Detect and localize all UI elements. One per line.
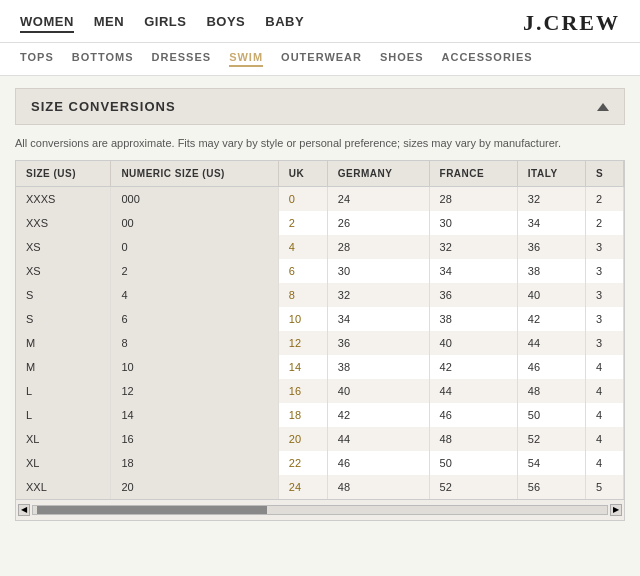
table-cell: 38 xyxy=(429,307,517,331)
table-cell: 38 xyxy=(327,355,429,379)
collapse-icon[interactable] xyxy=(597,103,609,111)
table-cell: 6 xyxy=(111,307,278,331)
table-cell: XS xyxy=(16,259,111,283)
table-cell: 20 xyxy=(278,427,327,451)
table-cell: 4 xyxy=(586,403,624,427)
table-cell: 42 xyxy=(327,403,429,427)
table-cell: 44 xyxy=(517,331,585,355)
table-cell: 34 xyxy=(429,259,517,283)
table-cell: 42 xyxy=(429,355,517,379)
col-header-france: FRANCE xyxy=(429,161,517,187)
table-cell: 4 xyxy=(586,355,624,379)
size-table-container: SIZE (US) NUMERIC SIZE (US) UK GERMANY F… xyxy=(15,160,625,521)
table-cell: M xyxy=(16,355,111,379)
table-cell: 000 xyxy=(111,186,278,211)
table-cell: XL xyxy=(16,427,111,451)
table-cell: 10 xyxy=(111,355,278,379)
table-cell: 34 xyxy=(327,307,429,331)
subnav-dresses[interactable]: DRESSES xyxy=(152,51,212,67)
nav-boys[interactable]: BOYS xyxy=(206,14,245,33)
table-cell: 12 xyxy=(111,379,278,403)
table-row: L12164044484 xyxy=(16,379,624,403)
table-cell: 4 xyxy=(111,283,278,307)
subnav-swim[interactable]: SWIM xyxy=(229,51,263,67)
horizontal-scrollbar[interactable]: ◀ ▶ xyxy=(16,499,624,520)
table-row: M10143842464 xyxy=(16,355,624,379)
table-cell: 30 xyxy=(327,259,429,283)
table-cell: 18 xyxy=(111,451,278,475)
nav-baby[interactable]: BABY xyxy=(265,14,304,33)
table-row: XS263034383 xyxy=(16,259,624,283)
top-nav-links: WOMEN MEN GIRLS BOYS BABY xyxy=(20,14,304,33)
table-cell: 3 xyxy=(586,331,624,355)
subnav-accessories[interactable]: ACCESSORIES xyxy=(442,51,533,67)
section-title: SIZE CONVERSIONS xyxy=(31,99,176,114)
table-cell: 8 xyxy=(111,331,278,355)
table-cell: 34 xyxy=(517,211,585,235)
table-cell: L xyxy=(16,379,111,403)
table-row: XL16204448524 xyxy=(16,427,624,451)
col-header-s: S xyxy=(586,161,624,187)
table-cell: 40 xyxy=(517,283,585,307)
table-cell: 36 xyxy=(327,331,429,355)
table-cell: M xyxy=(16,331,111,355)
table-cell: 22 xyxy=(278,451,327,475)
subnav-shoes[interactable]: SHOES xyxy=(380,51,424,67)
subnav-tops[interactable]: TOPS xyxy=(20,51,54,67)
table-cell: 52 xyxy=(517,427,585,451)
table-cell: 28 xyxy=(327,235,429,259)
table-cell: 12 xyxy=(278,331,327,355)
table-cell: 52 xyxy=(429,475,517,499)
col-header-germany: GERMANY xyxy=(327,161,429,187)
scrollbar-thumb[interactable] xyxy=(37,506,267,514)
table-cell: 44 xyxy=(327,427,429,451)
table-cell: 5 xyxy=(586,475,624,499)
table-cell: 50 xyxy=(517,403,585,427)
nav-men[interactable]: MEN xyxy=(94,14,124,33)
table-cell: XL xyxy=(16,451,111,475)
table-cell: 40 xyxy=(327,379,429,403)
table-cell: 4 xyxy=(278,235,327,259)
table-cell: 14 xyxy=(278,355,327,379)
table-cell: S xyxy=(16,283,111,307)
table-cell: 46 xyxy=(429,403,517,427)
table-cell: 48 xyxy=(327,475,429,499)
scroll-left-arrow[interactable]: ◀ xyxy=(18,504,30,516)
nav-women[interactable]: WOMEN xyxy=(20,14,74,33)
col-header-italy: ITALY xyxy=(517,161,585,187)
table-cell: 48 xyxy=(429,427,517,451)
table-cell: 00 xyxy=(111,211,278,235)
table-cell: 4 xyxy=(586,451,624,475)
table-cell: 0 xyxy=(111,235,278,259)
table-row: XL18224650544 xyxy=(16,451,624,475)
table-cell: 2 xyxy=(111,259,278,283)
table-cell: 24 xyxy=(327,186,429,211)
table-cell: L xyxy=(16,403,111,427)
nav-girls[interactable]: GIRLS xyxy=(144,14,186,33)
table-cell: 3 xyxy=(586,259,624,283)
table-cell: 16 xyxy=(111,427,278,451)
table-row: M8123640443 xyxy=(16,331,624,355)
table-row: S6103438423 xyxy=(16,307,624,331)
section-header[interactable]: SIZE CONVERSIONS xyxy=(15,88,625,125)
disclaimer-text: All conversions are approximate. Fits ma… xyxy=(15,125,625,160)
table-cell: 46 xyxy=(327,451,429,475)
table-cell: 48 xyxy=(517,379,585,403)
table-cell: XXS xyxy=(16,211,111,235)
table-cell: 16 xyxy=(278,379,327,403)
table-cell: 6 xyxy=(278,259,327,283)
top-navigation: WOMEN MEN GIRLS BOYS BABY J.CREW xyxy=(0,0,640,43)
table-cell: 36 xyxy=(517,235,585,259)
scroll-right-arrow[interactable]: ▶ xyxy=(610,504,622,516)
table-cell: 32 xyxy=(517,186,585,211)
scrollbar-track[interactable] xyxy=(32,505,608,515)
table-row: XXXS00002428322 xyxy=(16,186,624,211)
subnav-bottoms[interactable]: BOTTOMS xyxy=(72,51,134,67)
table-cell: 54 xyxy=(517,451,585,475)
table-cell: XXXS xyxy=(16,186,111,211)
table-cell: 36 xyxy=(429,283,517,307)
subnav-outerwear[interactable]: OUTERWEAR xyxy=(281,51,362,67)
table-header-row: SIZE (US) NUMERIC SIZE (US) UK GERMANY F… xyxy=(16,161,624,187)
table-cell: 32 xyxy=(327,283,429,307)
table-cell: 10 xyxy=(278,307,327,331)
